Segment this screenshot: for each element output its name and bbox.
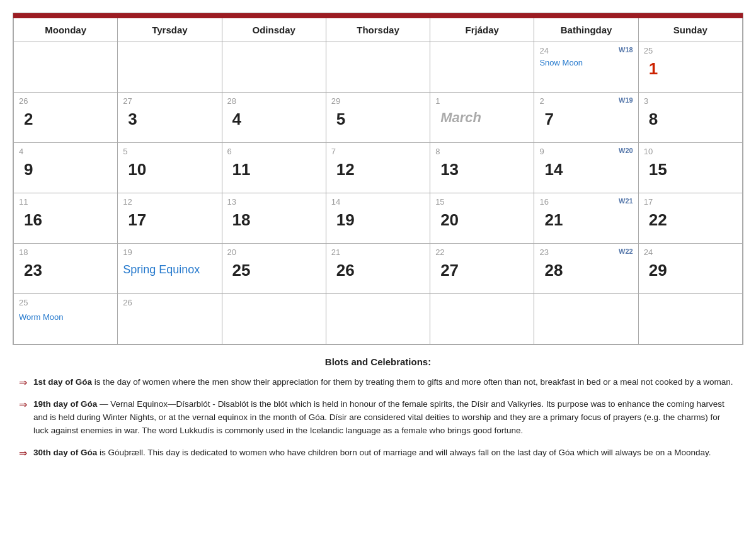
day-header: Tyrsday [118,18,222,42]
cal-cell: 16W2121 [534,193,638,244]
blot-text: 30th day of Góa is Góuþræll. This day is… [33,446,711,460]
cell-prev-num: 19 [123,247,132,257]
blot-arrow: ⇒ [19,447,27,459]
cell-day-number: 21 [539,209,633,230]
blot-text: 1st day of Góa is the day of women where… [33,376,733,389]
cal-cell: 2025 [222,244,326,294]
blot-arrow: ⇒ [19,377,27,389]
cell-day-number: 29 [644,259,737,280]
cell-prev-num: 9 [539,147,544,156]
cell-prev-num: 18 [19,247,28,257]
cell-prev-num: 29 [331,96,340,106]
calendar-grid: MoondayTyrsdayOdinsdayThorsdayFrjádayBat… [13,18,743,344]
cal-cell: 49 [14,143,118,193]
cell-prev-num: 8 [435,147,440,156]
cell-day-number: 20 [435,209,529,230]
cal-cell [430,294,534,344]
cell-day-number: 3 [123,108,216,129]
cal-cell: 1March [430,93,534,143]
cell-prev-num: 3 [644,96,648,106]
cell-prev-num: 23 [539,247,548,257]
cell-prev-num: 22 [435,247,444,257]
day-header: Thorsday [326,18,430,42]
cal-cell: 262 [14,93,118,143]
blots-section: Blots and Celebrations: ⇒1st day of Góa … [13,345,743,475]
cal-cell: 712 [326,143,430,193]
cell-day-number: 23 [19,259,112,280]
snow-moon-label: Snow Moon [539,58,633,67]
cell-prev-num: 26 [19,96,28,106]
cal-cell: 251 [639,42,743,93]
cell-day-number: 19 [331,209,425,230]
blots-list: ⇒1st day of Góa is the day of women wher… [19,376,737,460]
blots-title: Blots and Celebrations: [19,356,737,367]
cal-cell [222,294,326,344]
worm-moon-label: Worm Moon [19,312,112,322]
cal-cell: 1318 [222,193,326,244]
blot-item: ⇒1st day of Góa is the day of women wher… [19,376,737,389]
cell-day-number: 16 [19,209,112,230]
cal-cell: 24W18Snow Moon [534,42,638,93]
cell-week: W18 [619,46,633,54]
cal-cell: 273 [118,93,222,143]
march-label: March [435,108,529,126]
blot-day-label: 1st day of Góa [33,377,92,387]
cal-cell: 19Spring Equinox [118,244,222,294]
cell-prev-num: 4 [19,147,23,156]
cell-day-number: 28 [539,259,633,280]
cell-prev-num: 12 [123,197,132,207]
cal-cell [326,42,430,93]
blot-day-label: 30th day of Góa [33,448,97,457]
calendar-header-bar [13,13,743,18]
spring-equinox-label: Spring Equinox [123,263,216,276]
cell-day-number: 1 [644,58,737,79]
blot-text: 19th day of Góa — Vernal Equinox—Dísarbl… [33,398,737,438]
cal-cell [639,294,743,344]
cal-cell: 510 [118,143,222,193]
cell-day-number: 14 [539,159,633,179]
cell-prev-num: 24 [644,247,653,257]
cal-cell: 2227 [430,244,534,294]
blot-arrow: ⇒ [19,399,27,411]
cell-day-number: 25 [227,259,321,280]
cell-prev-num: 17 [644,197,653,207]
cal-cell: 23W2228 [534,244,638,294]
cell-week: W20 [619,147,633,154]
cell-day-number: 9 [19,159,112,179]
cal-cell: 813 [430,143,534,193]
cell-day-number: 10 [123,159,216,179]
cal-cell [14,42,118,93]
blot-day-label: 19th day of Góa [33,399,97,409]
cell-day-number: 26 [331,259,425,280]
cell-prev-num: 14 [331,197,340,207]
cal-cell [326,294,430,344]
cal-cell: 611 [222,143,326,193]
cal-cell: 2126 [326,244,430,294]
cal-cell [222,42,326,93]
cell-day-number: 11 [227,159,321,179]
cell-week: W21 [619,197,633,205]
blot-item: ⇒19th day of Góa — Vernal Equinox—Dísarb… [19,398,737,438]
cell-prev-num: 7 [331,147,336,156]
day-header: Sunday [639,18,743,42]
day-header: Frjáday [430,18,534,42]
cell-prev-num: 27 [123,96,132,106]
cal-cell [118,42,222,93]
cell-day-number: 8 [644,108,737,129]
cell-day-number: 5 [331,108,425,129]
cal-cell: 2W197 [534,93,638,143]
cell-day-number: 4 [227,108,321,129]
cal-cell: 1823 [14,244,118,294]
cal-cell: 1520 [430,193,534,244]
cal-cell: 1722 [639,193,743,244]
cell-prev-num: 24 [539,46,548,55]
cell-prev-num: 10 [644,147,653,156]
cal-cell: 26 [118,294,222,344]
cell-prev-num: 5 [123,147,127,156]
cell-prev-num: 15 [435,197,444,207]
cal-cell: 9W2014 [534,143,638,193]
cell-week: W19 [619,96,633,104]
cell-prev-num: 11 [19,197,28,207]
day-header: Odinsday [222,18,326,42]
cell-prev-num: 26 [123,298,132,307]
